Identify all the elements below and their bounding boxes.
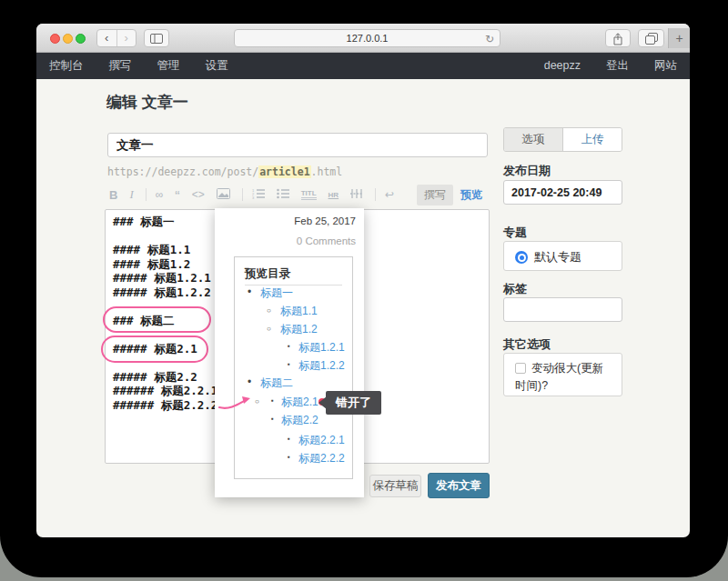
toc-link[interactable]: 标题1.1 — [280, 304, 318, 319]
browser-window: ‹ › 127.0.0.1 ↻ — [36, 24, 690, 537]
tab-options[interactable]: 选项 — [504, 128, 563, 151]
fence-icon[interactable] — [350, 188, 363, 202]
toolbar-divider — [146, 188, 147, 201]
browser-titlebar: ‹ › 127.0.0.1 ↻ — [36, 24, 690, 53]
horizontal-rule-icon[interactable]: HR — [329, 191, 339, 199]
square-bullet: ▪ — [271, 415, 274, 423]
tags-input[interactable] — [503, 297, 622, 322]
page-title: 编辑 文章一 — [106, 92, 188, 113]
nav-item-logout[interactable]: 登出 — [593, 53, 642, 79]
permalink-prefix: https://deepzz.com/post/ — [107, 165, 258, 178]
toc-link[interactable]: 标题一 — [260, 285, 293, 301]
code-icon[interactable]: <> — [192, 188, 205, 201]
tab-upload[interactable]: 上传 — [563, 128, 622, 151]
disc-bullet: • — [248, 285, 251, 298]
other-options-label: 其它选项 — [503, 336, 551, 353]
preview-comments[interactable]: 0 Comments — [297, 235, 356, 246]
preview-popup: Feb 25, 2017 0 Comments 预览目录 • 标题一 ○ 标题1… — [215, 208, 364, 497]
zoom-window-button[interactable] — [76, 34, 86, 44]
topic-box: 默认专题 — [503, 241, 622, 271]
sidebar-tabs: 选项 上传 — [503, 127, 622, 152]
toc-link[interactable]: 标题2.2.2 — [298, 451, 345, 466]
italic-icon[interactable]: I — [129, 187, 133, 202]
app-navbar: 控制台 撰写 管理 设置 deepzz 登出 网站 — [36, 53, 690, 79]
circle-bullet: ○ — [267, 325, 271, 333]
toc-link[interactable]: 标题2.1 — [281, 395, 318, 410]
checkbox-unchecked-icon[interactable] — [515, 363, 526, 374]
tags-label: 标签 — [503, 281, 527, 297]
topic-option-label: 默认专题 — [534, 250, 581, 264]
article-title-input[interactable] — [107, 133, 488, 157]
square-bullet: ▪ — [288, 342, 290, 350]
major-change-option[interactable]: 变动很大(更新时间)? — [504, 354, 622, 403]
undo-icon[interactable]: ↩ — [385, 188, 394, 201]
editor-toolbar: B I ∞ “ <> 123 TITL HR ↩ 撰写 — [109, 184, 490, 205]
nav-item-manage[interactable]: 管理 — [145, 53, 193, 79]
screenshot-background: ‹ › 127.0.0.1 ↻ — [0, 0, 728, 581]
preview-date: Feb 25, 2017 — [294, 215, 356, 226]
nav-item-settings[interactable]: 设置 — [193, 53, 241, 79]
back-button[interactable]: ‹ — [97, 30, 116, 46]
address-bar[interactable]: 127.0.0.1 ↻ — [234, 29, 500, 47]
nav-item-dashboard[interactable]: 控制台 — [36, 53, 96, 79]
preview-toc-box: 预览目录 • 标题一 ○ 标题1.1 ○ 标题1.2 ▪ 标题1.2.1 — [234, 256, 353, 479]
toc-link[interactable]: 标题2.2.1 — [298, 433, 345, 448]
ordered-list-icon[interactable]: 123 — [252, 188, 265, 202]
toc-link[interactable]: 标题2.2 — [281, 413, 318, 428]
toolbar-divider — [375, 188, 376, 201]
reload-icon[interactable]: ↻ — [485, 31, 494, 47]
quote-icon[interactable]: “ — [175, 193, 179, 202]
square-bullet: ▪ — [288, 360, 290, 368]
sidebar-toggle-button[interactable] — [144, 29, 169, 47]
major-change-label: 变动很大(更新时间)? — [515, 362, 603, 392]
permalink-slug: article1 — [258, 165, 310, 178]
unordered-list-icon[interactable] — [277, 188, 289, 202]
toc-link[interactable]: 标题1.2.1 — [298, 340, 345, 356]
circle-bullet: ○ — [267, 306, 271, 315]
sidebar-icon — [150, 34, 163, 44]
tab-preview[interactable]: 预览 — [453, 185, 490, 205]
share-icon — [612, 33, 623, 45]
publish-button[interactable]: 发布文章 — [428, 473, 490, 498]
square-bullet: ▪ — [288, 435, 290, 443]
save-draft-button[interactable]: 保存草稿 — [369, 475, 421, 497]
toc-link[interactable]: 标题1.2 — [280, 322, 318, 337]
link-icon[interactable]: ∞ — [156, 188, 164, 201]
annotation-tooltip: 错开了 — [326, 391, 381, 415]
tabs-icon — [645, 33, 658, 45]
share-button[interactable] — [605, 29, 631, 47]
bold-icon[interactable]: B — [109, 188, 117, 202]
permalink-text: https://deepzz.com/post/article1.html — [107, 165, 342, 178]
toc-link[interactable]: 标题二 — [260, 376, 293, 391]
topic-label: 专题 — [503, 225, 527, 241]
svg-text:3: 3 — [252, 195, 255, 199]
annotation-ellipse-heading2 — [103, 306, 211, 333]
publish-date-input[interactable] — [503, 180, 622, 205]
square-bullet: ▪ — [271, 396, 274, 405]
topic-option-row[interactable]: 默认专题 — [504, 242, 622, 265]
other-options-box: 变动很大(更新时间)? — [503, 353, 622, 396]
publish-date-label: 发布日期 — [503, 163, 551, 179]
heading-icon[interactable]: TITL — [301, 189, 317, 200]
toc-link[interactable]: 标题1.2.2 — [298, 358, 345, 374]
url-text: 127.0.0.1 — [347, 33, 389, 44]
nav-item-write[interactable]: 撰写 — [96, 53, 145, 79]
toc-title: 预览目录 — [245, 266, 290, 282]
annotation-arrow-icon — [217, 394, 256, 412]
toolbar-divider — [242, 188, 243, 201]
nav-item-username[interactable]: deepzz — [531, 53, 593, 79]
close-window-button[interactable] — [50, 34, 60, 44]
nav-item-site[interactable]: 网站 — [642, 53, 690, 79]
minimize-window-button[interactable] — [63, 34, 73, 44]
history-nav-buttons: ‹ › — [96, 29, 136, 47]
editor-mode-tabs: 撰写 预览 — [417, 185, 490, 205]
tab-write[interactable]: 撰写 — [417, 185, 453, 205]
forward-button[interactable]: › — [116, 30, 136, 46]
disc-bullet: • — [248, 376, 251, 388]
annotation-ellipse-heading2-1 — [101, 336, 208, 363]
radio-selected-icon[interactable] — [515, 251, 528, 264]
new-tab-button[interactable]: + — [668, 28, 690, 48]
square-bullet: ▪ — [288, 453, 290, 461]
tab-overview-button[interactable] — [638, 29, 664, 47]
image-icon[interactable] — [217, 188, 230, 202]
